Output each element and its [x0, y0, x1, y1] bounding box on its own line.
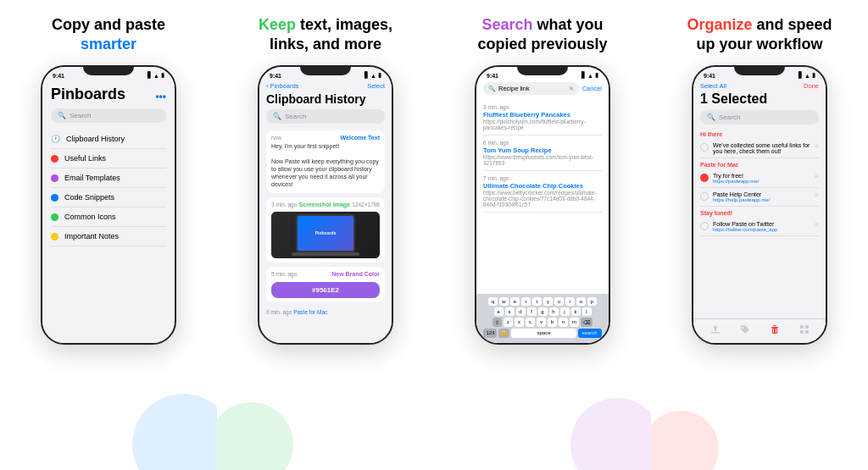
clock-icon: 🕐: [51, 135, 60, 143]
kb-key[interactable]: x: [515, 318, 524, 327]
clip-time-color: 5 min. ago: [271, 271, 297, 279]
phone1-search-placeholder: Search: [70, 112, 91, 119]
search-result-2[interactable]: 6 min. ago Tom Yum Soup Recipe https://w…: [483, 135, 602, 171]
search-icon: 🔍: [488, 86, 496, 92]
org-item-2[interactable]: Try for free! https://pasteapp.me/ ≡: [700, 169, 819, 188]
phone2-search[interactable]: 🔍 Search: [266, 109, 385, 124]
phone4-search[interactable]: 🔍 Search: [700, 110, 819, 124]
phone2-title: Clipboard History: [266, 92, 385, 106]
phone3-status-icons: ▋ ▲ ▮: [581, 72, 598, 79]
phone3-screen: 9:41 ▋ ▲ ▮ 🔍 Recipe link: [476, 67, 609, 343]
phone1-notch: [83, 67, 134, 75]
menu-item-common-icons[interactable]: Common Icons: [51, 207, 166, 227]
kb-key[interactable]: o: [576, 297, 586, 306]
kb-key[interactable]: m: [570, 318, 579, 327]
kb-key[interactable]: w: [499, 297, 509, 306]
clip-time-paste: 6 min. ago Paste for Mac: [266, 307, 385, 318]
kb-key[interactable]: s: [505, 307, 515, 316]
space-key[interactable]: space: [511, 329, 576, 338]
select-button[interactable]: Select: [367, 82, 385, 90]
wifi-icon: ▲: [370, 73, 376, 79]
org-item-4[interactable]: Follow Paste on Twitter https://twitter.…: [700, 218, 819, 236]
kb-key[interactable]: a: [494, 307, 504, 316]
share-icon[interactable]: [709, 323, 722, 336]
kb-key[interactable]: c: [526, 318, 535, 327]
kb-key[interactable]: l: [582, 307, 592, 316]
kb-key[interactable]: h: [549, 307, 559, 316]
menu-item-code-snippets[interactable]: Code Snippets: [51, 188, 166, 207]
phone1-search[interactable]: 🔍 Search: [51, 108, 166, 123]
tag-icon[interactable]: [738, 323, 752, 336]
clip-text: Hey, I'm your first snippet!Now Paste wi…: [271, 142, 380, 189]
menu-item-label: Useful Links: [64, 154, 106, 163]
clip-label: Welcome Text: [341, 135, 380, 141]
kb-key[interactable]: n: [559, 318, 568, 327]
clip-label-screenshot: Screenshot Image: [299, 202, 350, 207]
delete-key[interactable]: ⌫: [581, 318, 593, 327]
cancel-button[interactable]: Cancel: [582, 85, 602, 92]
kb-key[interactable]: b: [548, 318, 557, 327]
clear-icon[interactable]: ✕: [569, 86, 574, 92]
menu-item-label: Clipboard History: [66, 135, 125, 143]
drag-handle-icon: ≡: [815, 173, 819, 180]
menu-item-email-templates[interactable]: Email Templates: [51, 169, 166, 188]
clip-item-screenshot[interactable]: 3 min. ago Screenshot Image 1242×1788 Pi…: [266, 197, 385, 263]
kb-key[interactable]: t: [532, 297, 542, 306]
kb-key[interactable]: i: [565, 297, 575, 306]
search-result-1[interactable]: 3 min. ago Fluffiest Blueberry Pancakes …: [483, 100, 602, 135]
kb-key[interactable]: d: [516, 307, 526, 316]
kb-key[interactable]: v: [537, 318, 546, 327]
org-item-1[interactable]: We've collected some useful links for yo…: [700, 139, 819, 158]
phone1-title: Pinboards: [51, 86, 125, 103]
kb-key[interactable]: z: [504, 318, 513, 327]
col4-heading-text: and speed: [757, 16, 832, 33]
search-input-bar[interactable]: 🔍 Recipe link ✕: [483, 82, 579, 95]
search-icon: 🔍: [707, 113, 715, 121]
phone2-status-icons: ▋ ▲ ▮: [364, 72, 381, 79]
clip-time: now: [271, 135, 281, 142]
phone-1: 9:41 ▋ ▲ ▮ Pinboards ••• 🔍 Search: [41, 65, 176, 345]
svg-rect-4: [805, 330, 809, 334]
kb-key[interactable]: g: [538, 307, 548, 316]
more-button[interactable]: •••: [155, 91, 166, 102]
kb-key[interactable]: p: [587, 297, 597, 306]
clip-item-welcome[interactable]: now Welcome Text Hey, I'm your first sni…: [266, 130, 385, 193]
radio-unselected: [700, 143, 709, 152]
kb-key[interactable]: k: [571, 307, 581, 316]
trash-icon[interactable]: [768, 323, 782, 336]
kb-key[interactable]: e: [510, 297, 520, 306]
kb-key[interactable]: y: [543, 297, 553, 306]
col3-heading-text2: copied previously: [477, 36, 607, 53]
kb-key[interactable]: j: [560, 307, 570, 316]
col1-heading: Copy and paste smarter: [52, 15, 165, 53]
menu-item-clipboard[interactable]: 🕐 Clipboard History: [51, 130, 166, 149]
select-all-button[interactable]: Select All: [700, 82, 726, 90]
kb-key[interactable]: r: [521, 297, 531, 306]
app-container: Copy and paste smarter 9:41 ▋ ▲ ▮ Pinboa…: [0, 0, 868, 470]
red-dot-icon: [51, 155, 58, 163]
section-label-hi: Hi there: [700, 131, 819, 137]
search-result-3[interactable]: 7 min. ago Ultimate Chocolate Chip Cooki…: [483, 171, 602, 213]
drag-handle-icon: ≡: [815, 221, 819, 229]
numbers-key[interactable]: 123: [483, 329, 497, 338]
clip-item-color[interactable]: 5 min. ago New Brand Color #9561E2: [266, 267, 385, 302]
kb-key[interactable]: q: [488, 297, 498, 306]
wifi-icon: ▲: [153, 73, 159, 79]
menu-item-useful-links[interactable]: Useful Links: [51, 149, 166, 169]
result-title-3: Ultimate Chocolate Chip Cookies: [483, 182, 602, 190]
emoji-key[interactable]: 😊: [498, 329, 509, 338]
done-button[interactable]: Done: [804, 82, 819, 90]
org-item-url: https://pasteapp.me/: [713, 179, 759, 184]
org-item-3[interactable]: Paste Help Center https://help.pasteapp.…: [700, 188, 819, 207]
grid-icon[interactable]: [798, 323, 811, 336]
wifi-icon: ▲: [587, 73, 593, 79]
result-time: 6 min. ago: [483, 140, 509, 146]
search-key[interactable]: search: [578, 329, 602, 338]
kb-key[interactable]: u: [554, 297, 564, 306]
menu-item-label: Common Icons: [64, 213, 116, 221]
kb-row-1: q w e r t y u i o p: [478, 297, 607, 306]
back-button[interactable]: ‹ Pinboards: [266, 82, 298, 90]
shift-key[interactable]: ⇧: [492, 318, 502, 327]
kb-key[interactable]: f: [527, 307, 537, 316]
menu-item-important-notes[interactable]: Important Notes: [51, 227, 166, 246]
